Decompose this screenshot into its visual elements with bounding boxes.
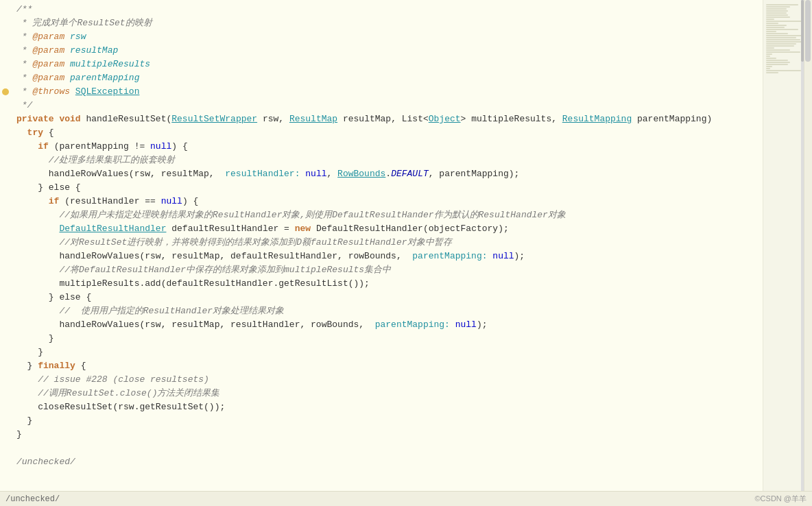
copyright-label: ©CSDN @羊羊: [755, 494, 807, 504]
code-line: } finally {: [0, 359, 761, 373]
line-indicator: [0, 387, 11, 400]
code-line: handleRowValues(rsw, resultMap, resultHa…: [0, 167, 761, 181]
line-text: handleRowValues(rsw, resultMap, resultHa…: [11, 167, 761, 181]
line-text: /**: [11, 3, 761, 16]
code-line: * @throws SQLException: [0, 85, 761, 99]
line-indicator: [0, 291, 11, 304]
line-text: handleRowValues(rsw, resultMap, resultHa…: [11, 318, 761, 332]
line-indicator: [0, 30, 11, 44]
line-indicator: [0, 208, 11, 222]
line-indicator: [0, 428, 11, 442]
code-line: } else {: [0, 291, 761, 304]
code-line: multipleResults.add(defaultResultHandler…: [0, 277, 761, 291]
code-line: }: [0, 346, 761, 359]
line-text: * @param rsw: [11, 30, 761, 44]
line-indicator: [0, 71, 11, 85]
code-editor: /** * 完成对单个ResultSet的映射 * @param rsw * @…: [0, 0, 812, 506]
code-line: * @param rsw: [0, 30, 761, 44]
code-line: //对ResultSet进行映射，并将映射得到的结果对象添加到D额faultRe…: [0, 236, 761, 250]
line-indicator: [0, 400, 11, 414]
line-indicator: [0, 250, 11, 263]
bottom-bar: /unchecked/ ©CSDN @羊羊: [0, 491, 812, 506]
line-text: handleRowValues(rsw, resultMap, defaultR…: [11, 250, 761, 263]
line-text: }: [11, 346, 761, 359]
line-text: //处理多结果集职工的嵌套映射: [11, 154, 761, 167]
line-text: //如果用户未指定处理映射结果对象的ResultHandler对象,则使用Def…: [11, 208, 761, 222]
code-line: }: [0, 428, 761, 442]
line-indicator: [0, 58, 11, 71]
code-line: }: [0, 332, 761, 346]
line-text: if (resultHandler == null) {: [11, 195, 761, 208]
line-text: * @param parentMapping: [11, 71, 761, 85]
code-line: * @param parentMapping: [0, 71, 761, 85]
code-line: //处理多结果集职工的嵌套映射: [0, 154, 761, 167]
scrollbar-thumb[interactable]: [805, 0, 811, 62]
line-text: //对ResultSet进行映射，并将映射得到的结果对象添加到D额faultRe…: [11, 236, 761, 250]
code-line: private void handleResultSet(ResultSetWr…: [0, 112, 761, 126]
code-line: if (parentMapping != null) {: [0, 140, 761, 154]
code-line: handleRowValues(rsw, resultMap, resultHa…: [0, 318, 761, 332]
line-text: //将DefaultResultHandler中保存的结果对象添加到multip…: [11, 263, 761, 277]
line-text: } finally {: [11, 359, 761, 373]
code-line: // 使用用户指定的ResultHandler对象处理结果对象: [0, 304, 761, 318]
line-text: }: [11, 428, 761, 442]
line-text: // issue #228 (close resultsets): [11, 373, 761, 387]
line-text: [11, 442, 761, 455]
line-text: DefaultResultHandler defaultResultHandle…: [11, 222, 761, 236]
line-indicator: [0, 373, 11, 387]
line-indicator: [0, 112, 11, 126]
line-indicator: [0, 359, 11, 373]
line-text: }: [11, 332, 761, 346]
line-indicator: [0, 414, 11, 428]
line-text: private void handleResultSet(ResultSetWr…: [11, 112, 761, 126]
code-line: // issue #228 (close resultsets): [0, 373, 761, 387]
line-indicator: [0, 318, 11, 332]
line-text: //调用ResultSet.close()方法关闭结果集: [11, 387, 761, 400]
line-indicator: [0, 304, 11, 318]
line-indicator: [0, 346, 11, 359]
line-indicator: [0, 277, 11, 291]
line-text: */: [11, 99, 761, 112]
code-line: DefaultResultHandler defaultResultHandle…: [0, 222, 761, 236]
code-line: [0, 442, 761, 455]
line-indicator: [0, 263, 11, 277]
line-indicator: [0, 167, 11, 181]
code-line: closeResultSet(rsw.getResultSet());: [0, 400, 761, 414]
code-line: * @param resultMap: [0, 44, 761, 58]
code-line: //将DefaultResultHandler中保存的结果对象添加到multip…: [0, 263, 761, 277]
line-indicator: [0, 16, 11, 30]
code-line: if (resultHandler == null) {: [0, 195, 761, 208]
line-text: * @param resultMap: [11, 44, 761, 58]
code-line: */: [0, 99, 761, 112]
code-line: handleRowValues(rsw, resultMap, defaultR…: [0, 250, 761, 263]
line-text: if (parentMapping != null) {: [11, 140, 761, 154]
line-text: * @throws SQLException: [11, 85, 761, 99]
minimap: [763, 0, 804, 506]
line-indicator: [0, 85, 11, 99]
line-indicator: [0, 442, 11, 455]
breakpoint-dot: [2, 88, 9, 95]
line-indicator: [0, 99, 11, 112]
line-text: } else {: [11, 291, 761, 304]
code-line: /**: [0, 3, 761, 16]
code-line: //调用ResultSet.close()方法关闭结果集: [0, 387, 761, 400]
line-indicator: [0, 222, 11, 236]
code-line: * 完成对单个ResultSet的映射: [0, 16, 761, 30]
line-indicator: [0, 154, 11, 167]
unchecked-label: /unchecked/: [5, 494, 60, 504]
line-text: }: [11, 414, 761, 428]
line-text: // 使用用户指定的ResultHandler对象处理结果对象: [11, 304, 761, 318]
line-text: } else {: [11, 181, 761, 195]
scrollbar[interactable]: [804, 0, 812, 506]
line-text: * @param multipleResults: [11, 58, 761, 71]
code-line: try {: [0, 126, 761, 140]
line-indicator: [0, 236, 11, 250]
line-text: /unchecked/: [11, 455, 761, 469]
line-text: multipleResults.add(defaultResultHandler…: [11, 277, 761, 291]
code-line: /unchecked/: [0, 455, 761, 469]
line-indicator: [0, 126, 11, 140]
line-indicator: [0, 455, 11, 469]
line-indicator: [0, 195, 11, 208]
code-line: }: [0, 414, 761, 428]
code-line: //如果用户未指定处理映射结果对象的ResultHandler对象,则使用Def…: [0, 208, 761, 222]
